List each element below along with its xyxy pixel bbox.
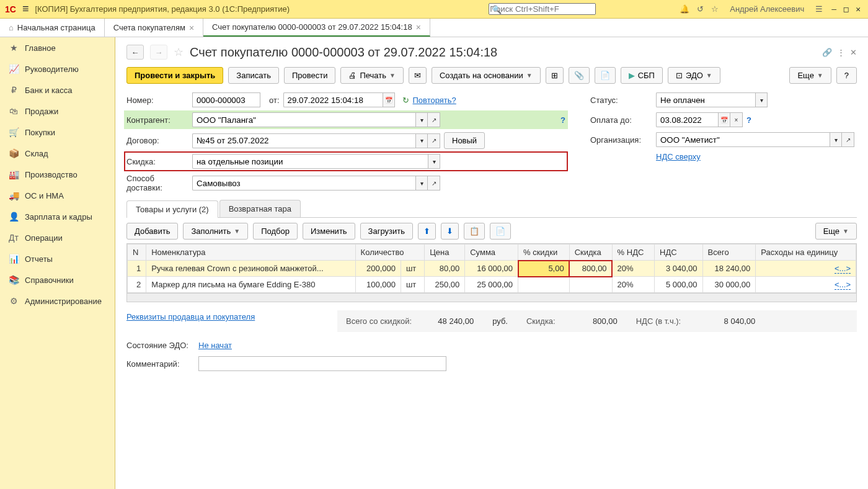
- chevron-down-icon[interactable]: ▾: [415, 176, 428, 191]
- sidebar-item-operations[interactable]: ДтОперации: [0, 227, 115, 248]
- hamburger-icon[interactable]: ≡: [22, 2, 29, 16]
- pay-until-input[interactable]: [656, 112, 718, 127]
- col-qty[interactable]: Количество: [355, 244, 425, 261]
- doc-icon-button[interactable]: 📄: [595, 67, 616, 84]
- nav-forward-button[interactable]: →: [150, 45, 167, 60]
- clear-icon[interactable]: ×: [730, 112, 743, 127]
- post-and-close-button[interactable]: Провести и закрыть: [126, 67, 223, 84]
- calendar-icon[interactable]: 📅: [383, 92, 395, 107]
- sidebar-item-reports[interactable]: 📊Отчеты: [0, 248, 115, 269]
- col-exp[interactable]: Расходы на единицу: [756, 244, 856, 261]
- exp-link[interactable]: <...>: [835, 264, 851, 274]
- col-vat[interactable]: НДС: [655, 244, 702, 261]
- col-nomen[interactable]: Номенклатура: [146, 244, 355, 261]
- search-input[interactable]: [489, 3, 596, 15]
- bell-icon[interactable]: 🔔: [680, 4, 689, 14]
- sidebar-item-main[interactable]: ★Главное: [0, 37, 115, 58]
- goods-grid[interactable]: N Номенклатура Количество Цена Сумма % с…: [126, 243, 857, 294]
- link-icon[interactable]: 🔗: [822, 48, 832, 57]
- repeat-link[interactable]: Повторять?: [413, 96, 456, 105]
- close-button[interactable]: ✕: [853, 4, 863, 14]
- more-icon[interactable]: ⋮: [837, 48, 845, 57]
- status-input[interactable]: [656, 92, 755, 107]
- col-sum[interactable]: Сумма: [465, 244, 518, 261]
- help-button[interactable]: ?: [836, 67, 857, 84]
- favorite-icon[interactable]: ☆: [174, 45, 184, 59]
- maximize-button[interactable]: □: [841, 4, 851, 14]
- col-disc[interactable]: Скидка: [569, 244, 612, 261]
- sidebar-item-bank[interactable]: ₽Банк и касса: [0, 79, 115, 101]
- write-button[interactable]: Записать: [228, 67, 279, 84]
- print-button[interactable]: 🖨Печать▼: [340, 67, 404, 84]
- minimize-button[interactable]: —: [829, 4, 839, 14]
- tab-invoice-doc[interactable]: Счет покупателю 0000-000003 от 29.07.202…: [203, 19, 430, 37]
- sidebar-item-sales[interactable]: 🛍Продажи: [0, 101, 115, 122]
- edo-state-link[interactable]: Не начат: [198, 341, 232, 350]
- col-price[interactable]: Цена: [425, 244, 465, 261]
- chevron-down-icon[interactable]: ▾: [428, 154, 440, 169]
- date-input[interactable]: [283, 92, 383, 107]
- chevron-down-icon[interactable]: ▾: [415, 133, 428, 148]
- subtab-tara[interactable]: Возвратная тара: [219, 200, 301, 217]
- open-icon[interactable]: ↗: [428, 176, 440, 191]
- settings-icon[interactable]: ☰: [815, 4, 823, 14]
- copy-button[interactable]: 📋: [464, 223, 485, 240]
- calendar-icon[interactable]: 📅: [718, 112, 730, 127]
- horizontal-scrollbar[interactable]: [126, 294, 857, 302]
- table-more-button[interactable]: Еще▼: [815, 223, 857, 240]
- star-icon[interactable]: ☆: [711, 4, 719, 14]
- mail-button[interactable]: ✉: [409, 67, 427, 84]
- move-up-button[interactable]: ⬆: [418, 223, 436, 240]
- col-disc-pct[interactable]: % скидки: [518, 244, 570, 261]
- chevron-down-icon[interactable]: ▾: [830, 132, 842, 147]
- sidebar-item-production[interactable]: 🏭Производство: [0, 164, 115, 185]
- col-vat-pct[interactable]: % НДС: [612, 244, 654, 261]
- attach-button[interactable]: 📎: [569, 67, 590, 84]
- sidebar-item-hr[interactable]: 👤Зарплата и кадры: [0, 206, 115, 227]
- close-icon[interactable]: ×: [189, 23, 194, 33]
- nav-back-button[interactable]: ←: [126, 45, 144, 60]
- org-input[interactable]: [656, 132, 830, 147]
- paste-button[interactable]: 📄: [490, 223, 511, 240]
- more-button[interactable]: Еще▼: [789, 67, 831, 84]
- tab-home[interactable]: ⌂ Начальная страница: [0, 19, 105, 37]
- chevron-down-icon[interactable]: ▾: [415, 112, 428, 127]
- contract-input[interactable]: [192, 133, 415, 148]
- post-button[interactable]: Провести: [284, 67, 336, 84]
- subtab-goods[interactable]: Товары и услуги (2): [126, 200, 218, 218]
- exp-link[interactable]: <...>: [835, 280, 851, 290]
- chevron-down-icon[interactable]: ▾: [755, 92, 768, 107]
- create-based-button[interactable]: Создать на основании▼: [432, 67, 541, 84]
- repeat-icon[interactable]: ↻: [402, 96, 409, 105]
- sidebar-item-admin[interactable]: ⚙Администрирование: [0, 290, 115, 312]
- close-panel-button[interactable]: ✕: [850, 48, 857, 57]
- comment-input[interactable]: [198, 356, 446, 371]
- sidebar-item-warehouse[interactable]: 📦Склад: [0, 143, 115, 164]
- sbp-button[interactable]: ▶СБП: [621, 67, 663, 84]
- table-row[interactable]: 1 Ручка гелевая Crown с резиновой манжет…: [128, 261, 856, 277]
- sidebar-item-assets[interactable]: 🚚ОС и НМА: [0, 185, 115, 206]
- user-name[interactable]: Андрей Алексеевич: [730, 4, 804, 14]
- change-button[interactable]: Изменить: [303, 223, 355, 240]
- delivery-input[interactable]: [192, 176, 415, 191]
- requisites-link[interactable]: Реквизиты продавца и покупателя: [126, 312, 255, 321]
- number-input[interactable]: [192, 92, 260, 107]
- fill-button[interactable]: Заполнить▼: [183, 223, 248, 240]
- help-icon[interactable]: ?: [746, 115, 751, 125]
- open-icon[interactable]: ↗: [428, 133, 440, 148]
- help-icon[interactable]: ?: [560, 115, 565, 125]
- tab-invoices[interactable]: Счета покупателям ×: [105, 19, 203, 37]
- col-n[interactable]: N: [128, 244, 146, 261]
- edo-button[interactable]: ⊡ЭДО▼: [668, 67, 720, 84]
- add-row-button[interactable]: Добавить: [126, 223, 178, 240]
- col-total[interactable]: Всего: [702, 244, 756, 261]
- close-icon[interactable]: ×: [416, 22, 421, 32]
- discount-input[interactable]: [192, 154, 428, 169]
- vat-mode-link[interactable]: НДС сверху: [656, 152, 701, 161]
- table-row[interactable]: 2 Маркер для письма на бумаге Edding E-3…: [128, 277, 856, 293]
- history-icon[interactable]: ↺: [697, 4, 704, 14]
- sidebar-item-catalogs[interactable]: 📚Справочники: [0, 269, 115, 290]
- pick-button[interactable]: Подбор: [253, 223, 298, 240]
- new-contract-button[interactable]: Новый: [444, 132, 485, 149]
- open-icon[interactable]: ↗: [428, 112, 440, 127]
